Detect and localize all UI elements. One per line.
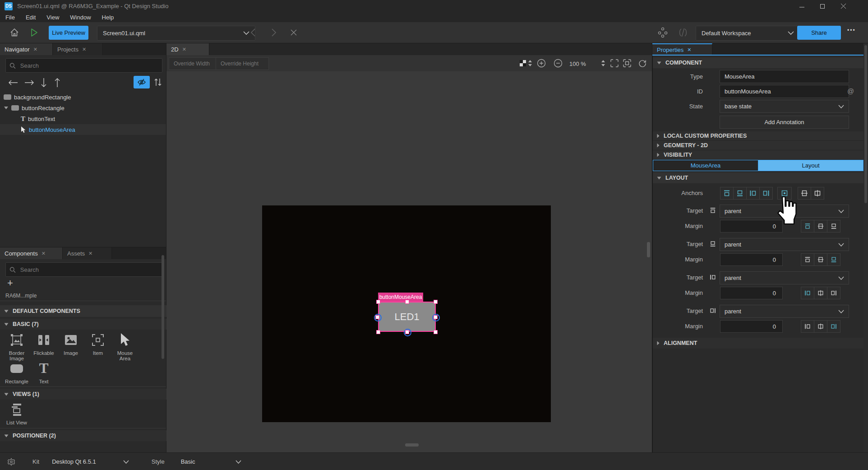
override-width-field[interactable] bbox=[169, 57, 220, 70]
settings-gear-icon[interactable] bbox=[7, 458, 15, 466]
tab-properties[interactable]: Properties✕ bbox=[652, 43, 712, 55]
section-local-custom-properties[interactable]: LOCAL CUSTOM PROPERTIES bbox=[653, 131, 863, 141]
id-field[interactable]: buttonMouseArea bbox=[720, 85, 849, 98]
run-project-button[interactable] bbox=[28, 26, 41, 39]
anchor-horizontal-center-button[interactable] bbox=[811, 187, 824, 200]
resize-handle[interactable] bbox=[376, 300, 380, 304]
mode-tab-layout[interactable]: Layout bbox=[758, 160, 863, 171]
override-width-input[interactable] bbox=[173, 60, 216, 67]
margin-anchor-right-button[interactable] bbox=[827, 287, 840, 299]
margin-anchor-hcenter-button[interactable] bbox=[814, 320, 827, 333]
menu-file[interactable]: File bbox=[0, 14, 20, 21]
section-views[interactable]: VIEWS (1) bbox=[0, 389, 174, 400]
resize-handle[interactable] bbox=[434, 315, 438, 319]
anchor-vertical-center-button[interactable] bbox=[798, 187, 811, 200]
add-module-button[interactable]: + bbox=[7, 278, 13, 288]
component-rectangle[interactable]: Rectangle bbox=[3, 361, 30, 384]
zoom-in-icon[interactable] bbox=[537, 59, 546, 68]
component-item[interactable]: Item bbox=[84, 333, 111, 356]
section-positioner[interactable]: POSITIONER (2) bbox=[0, 430, 174, 441]
workspaces-icon[interactable] bbox=[656, 26, 669, 39]
section-alignment[interactable]: ALIGNMENT bbox=[653, 338, 868, 349]
margin-anchor-top-button[interactable] bbox=[801, 253, 814, 266]
components-scrollbar[interactable] bbox=[162, 255, 164, 359]
kit-selector[interactable]: Desktop Qt 6.5.1 bbox=[52, 458, 129, 465]
move-left-icon[interactable] bbox=[6, 77, 20, 88]
anchor-target-top-selector[interactable]: parent bbox=[720, 205, 849, 218]
section-basic[interactable]: BASIC (7) bbox=[0, 319, 174, 330]
style-selector[interactable]: Basic bbox=[181, 458, 242, 465]
back-button[interactable] bbox=[247, 26, 259, 39]
tree-item-buttonText[interactable]: T buttonText bbox=[0, 113, 166, 124]
canvas-horizontal-scrollbar[interactable] bbox=[405, 443, 419, 447]
margin-top-input[interactable]: 0 bbox=[720, 220, 783, 233]
reverse-order-icon[interactable] bbox=[152, 76, 163, 88]
close-tab-icon[interactable]: ✕ bbox=[687, 47, 691, 53]
resize-handle[interactable] bbox=[405, 330, 409, 334]
zoom-out-icon[interactable] bbox=[554, 59, 563, 68]
anchor-target-right-selector[interactable]: parent bbox=[720, 305, 849, 318]
anchor-fill-button[interactable] bbox=[777, 187, 792, 200]
close-tab-icon[interactable]: ✕ bbox=[88, 251, 92, 256]
resize-handle[interactable] bbox=[376, 330, 380, 334]
component-border-image[interactable]: Border Image bbox=[3, 333, 30, 361]
margin-anchor-vcenter-button[interactable] bbox=[814, 220, 827, 233]
menu-window[interactable]: Window bbox=[65, 14, 96, 21]
close-tab-icon[interactable]: ✕ bbox=[33, 47, 37, 52]
tab-components[interactable]: Components✕ bbox=[0, 247, 63, 259]
anchor-bottom-button[interactable] bbox=[733, 187, 747, 200]
more-options-button[interactable]: ••• bbox=[847, 27, 856, 33]
menu-help[interactable]: Help bbox=[97, 14, 120, 21]
truncated-library-item[interactable]: RA6M...mple bbox=[5, 293, 159, 299]
component-mouse-area[interactable]: Mouse Area bbox=[111, 333, 139, 361]
component-image[interactable]: Image bbox=[57, 333, 84, 356]
margin-anchor-bottom-button[interactable] bbox=[827, 220, 840, 233]
anchor-target-left-selector[interactable]: parent bbox=[720, 271, 849, 284]
margin-anchor-left-button[interactable] bbox=[801, 320, 814, 333]
tab-assets[interactable]: Assets✕ bbox=[63, 247, 112, 259]
open-file-selector[interactable]: Screen01.ui.qml bbox=[97, 26, 255, 41]
move-up-icon[interactable] bbox=[52, 76, 62, 89]
live-preview-button[interactable]: Live Preview bbox=[49, 26, 88, 40]
background-pattern-icon[interactable] bbox=[520, 60, 526, 66]
close-tab-icon[interactable]: ✕ bbox=[182, 47, 186, 52]
move-down-icon[interactable] bbox=[39, 76, 49, 89]
margin-bottom-input[interactable]: 0 bbox=[720, 253, 783, 266]
zoom-stepper-icon[interactable] bbox=[601, 60, 605, 67]
close-button[interactable] bbox=[833, 0, 854, 12]
override-height-input[interactable] bbox=[220, 60, 265, 67]
tab-projects[interactable]: Projects✕ bbox=[53, 43, 103, 55]
component-text[interactable]: T Text bbox=[30, 361, 57, 384]
margin-anchor-right-button[interactable] bbox=[827, 320, 840, 333]
resize-handle[interactable] bbox=[434, 300, 438, 304]
override-height-field[interactable] bbox=[216, 57, 269, 70]
section-component[interactable]: COMPONENT bbox=[653, 57, 868, 68]
resize-handle[interactable] bbox=[405, 300, 409, 304]
workspace-selector[interactable]: Default Workspace bbox=[696, 26, 800, 41]
menu-edit[interactable]: Edit bbox=[20, 14, 41, 21]
show-only-visible-toggle[interactable] bbox=[134, 76, 150, 88]
components-search-input[interactable] bbox=[19, 266, 158, 274]
margin-anchor-top-button[interactable] bbox=[801, 220, 814, 233]
tree-item-buttonRectangle[interactable]: buttonRectangle bbox=[0, 102, 166, 113]
section-default-components[interactable]: DEFAULT COMPONENTS bbox=[0, 305, 174, 317]
margin-anchor-left-button[interactable] bbox=[801, 287, 814, 299]
zoom-selection-icon[interactable] bbox=[623, 59, 632, 68]
minimize-button[interactable] bbox=[791, 0, 812, 12]
move-right-icon[interactable] bbox=[23, 77, 36, 88]
canvas-vertical-scrollbar[interactable] bbox=[647, 242, 650, 257]
selected-mouse-area[interactable]: LED1 bbox=[378, 302, 436, 332]
tab-navigator[interactable]: Navigator✕ bbox=[0, 43, 53, 55]
add-annotation-button[interactable]: Add Annotation bbox=[720, 116, 849, 129]
component-flickable[interactable]: Flickable bbox=[30, 333, 57, 356]
annotate-icon[interactable] bbox=[677, 26, 689, 39]
section-layout[interactable]: LAYOUT bbox=[653, 172, 868, 183]
anchor-right-button[interactable] bbox=[759, 187, 773, 200]
anchor-left-button[interactable] bbox=[746, 187, 760, 200]
margin-anchor-hcenter-button[interactable] bbox=[814, 287, 827, 299]
tree-item-buttonMouseArea[interactable]: buttonMouseArea bbox=[0, 124, 166, 135]
anchor-top-button[interactable] bbox=[720, 187, 734, 200]
mode-tab-mousearea[interactable]: MouseArea bbox=[653, 160, 758, 171]
navigator-search[interactable] bbox=[5, 58, 162, 73]
tab-2d[interactable]: 2D✕ bbox=[166, 43, 209, 55]
